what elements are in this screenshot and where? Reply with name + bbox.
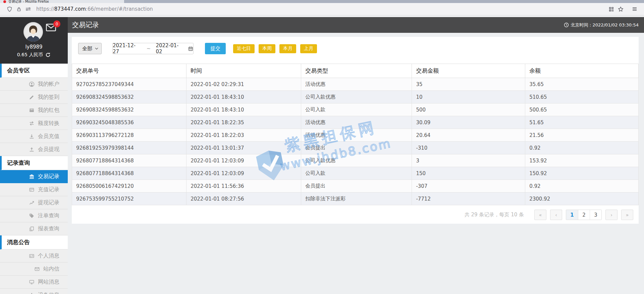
type-select-value: 全部 xyxy=(82,46,92,52)
page-number-group: 123 xyxy=(566,210,602,220)
monitor-icon xyxy=(29,279,35,285)
quick-range-button[interactable]: 本周 xyxy=(259,44,275,53)
table-row: 9267535997552107522022-01-01 08:27:56扣除非… xyxy=(72,193,639,205)
deposit-icon xyxy=(29,134,35,139)
sidebar-item-card[interactable]: 充值记录 xyxy=(0,183,68,196)
table-cell: 活动优惠 xyxy=(301,129,412,142)
url-input[interactable]: https://873447.com:66/member/#/transacti… xyxy=(36,6,153,12)
sidebar-item-user[interactable]: 我的帐户 xyxy=(0,78,68,91)
sidebar-item-transfer[interactable]: 额度转换 xyxy=(0,117,68,130)
type-select[interactable]: 全部 xyxy=(78,43,102,54)
page-header: 交易记录 北京时间：2022/01/02 03:30:54 xyxy=(68,17,644,33)
table-cell: 公司入款 xyxy=(301,167,412,180)
table-row: 9268192539793981442022-01-01 13:01:37会员提… xyxy=(72,142,639,154)
date-separator: ~ xyxy=(147,46,151,52)
menu-hamburger-icon[interactable] xyxy=(630,4,639,14)
qr-code-icon[interactable] xyxy=(606,4,616,14)
tab-title: 交易记录 - Mozilla Firefox xyxy=(8,0,49,3)
transfer-icon xyxy=(29,121,35,126)
sidebar-item-id-card[interactable]: 个人消息 xyxy=(0,249,68,263)
browser-urlbar: https://873447.com:66/member/#/transacti… xyxy=(0,3,644,15)
next-page-button[interactable]: › xyxy=(605,210,618,220)
bookmark-star-icon[interactable] xyxy=(616,4,625,14)
tab-favicon-icon xyxy=(3,0,6,3)
prev-page-button[interactable]: ‹ xyxy=(550,210,562,220)
page-number-button[interactable]: 3 xyxy=(590,210,601,220)
table-cell: 20.64 xyxy=(412,129,525,142)
balance-value: 0.65 人民币 xyxy=(17,52,43,58)
sidebar-item-withdraw[interactable]: 会员提现 xyxy=(0,143,68,156)
sidebar-item-report[interactable]: 报表查询 xyxy=(0,222,68,235)
table-cell: 活动优惠 xyxy=(301,116,412,129)
table-cell: 公司入款优惠 xyxy=(301,91,412,103)
date-end: 2022-01-02 xyxy=(156,43,184,55)
refresh-balance-icon[interactable] xyxy=(45,52,51,58)
table-row: 9268050061674291202022-01-01 11:56:36会员提… xyxy=(72,180,639,193)
calendar-icon[interactable] xyxy=(188,46,193,51)
sidebar-item-tags[interactable]: 注单查询 xyxy=(0,209,68,222)
sidebar-item-label: 站内信 xyxy=(43,266,59,273)
sidebar-item-bank[interactable]: 交易记录 xyxy=(0,170,68,183)
table-cell: 0.92 xyxy=(525,180,639,193)
browser-tab[interactable]: 交易记录 - Mozilla Firefox xyxy=(0,0,124,3)
table-cell: 10 xyxy=(412,91,525,103)
main-area: 交易记录 北京时间：2022/01/02 03:30:54 全部 2021-12… xyxy=(68,17,644,294)
submit-button[interactable]: 提交 xyxy=(205,43,226,54)
table-cell: 会员提出 xyxy=(301,142,412,154)
sidebar-item-info[interactable]: 设备信息 xyxy=(0,289,68,294)
sidebar-item-red-packet[interactable]: 我的红包 xyxy=(0,104,68,117)
sidebar-item-pencil[interactable]: 我的签到 xyxy=(0,91,68,104)
column-header: 时间 xyxy=(186,64,301,78)
table-cell: 公司入款优惠 xyxy=(301,154,412,167)
sidebar-item-deposit[interactable]: 会员充值 xyxy=(0,130,68,143)
first-page-button[interactable]: « xyxy=(534,210,546,220)
table-cell: 2022-01-01 12:03:09 xyxy=(186,167,301,180)
table-cell: 150 xyxy=(412,167,525,180)
quick-range-button[interactable]: 上月 xyxy=(300,44,317,53)
column-header: 交易类型 xyxy=(301,64,412,78)
filter-bar: 全部 2021-12-27 ~ 2022-01-02 提交 近七日本周本月上月 xyxy=(72,37,639,54)
sidebar-item-mail[interactable]: 站内信 xyxy=(0,263,68,276)
table-cell: 21.56 xyxy=(525,129,639,142)
sidebar-item-label: 报表查询 xyxy=(38,225,59,232)
table-cell: 2022-01-01 18:43:10 xyxy=(186,91,301,103)
column-header: 交易金额 xyxy=(412,64,525,78)
table-cell: 926807718864314368 xyxy=(72,154,186,167)
lock-icon[interactable] xyxy=(14,4,23,14)
tracking-shield-icon[interactable] xyxy=(5,4,14,14)
table-cell: 30.09 xyxy=(412,116,525,129)
tags-icon xyxy=(29,213,35,219)
table-cell: 926903113796272128 xyxy=(72,129,186,142)
quick-range-button[interactable]: 本月 xyxy=(279,44,296,53)
sidebar-item-label: 网站消息 xyxy=(38,279,59,286)
quick-range-button[interactable]: 近七日 xyxy=(233,44,255,53)
url-path: :66/member/#/transaction xyxy=(86,6,153,12)
last-page-button[interactable]: » xyxy=(621,210,633,220)
balance-row: 0.65 人民币 xyxy=(0,52,68,58)
transaction-table: 交易单号时间交易类型交易金额余额 9270257852370493442022-… xyxy=(72,64,639,205)
clock-icon xyxy=(564,22,569,27)
sidebar-item-chart[interactable]: 提现记录 xyxy=(0,196,68,209)
table-cell: 926753599755210752 xyxy=(72,193,186,205)
profile-block: 0 ly8989 0.65 人民币 xyxy=(0,17,68,64)
sidebar-item-label: 交易记录 xyxy=(38,173,59,180)
permissions-icon[interactable] xyxy=(23,4,33,14)
date-range-input[interactable]: 2021-12-27 ~ 2022-01-02 xyxy=(112,43,194,54)
table-cell: 926805006167429120 xyxy=(72,180,186,193)
id-card-icon xyxy=(29,253,35,259)
url-scheme: https:// xyxy=(36,6,54,12)
column-header: 余额 xyxy=(525,64,639,78)
page-number-button[interactable]: 1 xyxy=(566,210,578,220)
pencil-icon xyxy=(29,94,35,100)
sidebar-nav: 会员专区我的帐户我的签到我的红包额度转换会员充值会员提现记录查询交易记录充值记录… xyxy=(0,64,68,294)
table-cell: 927025785237049344 xyxy=(72,78,186,91)
sidebar-item-monitor[interactable]: 网站消息 xyxy=(0,276,68,289)
table-cell: 35.65 xyxy=(525,78,639,91)
table-cell: 3 xyxy=(412,154,525,167)
username: ly8989 xyxy=(0,44,68,50)
chart-icon xyxy=(29,200,35,206)
table-row: 9269031137962721282022-01-01 18:22:03活动优… xyxy=(72,129,639,142)
table-cell: 2022-01-01 18:43:10 xyxy=(186,103,301,116)
page-number-button[interactable]: 2 xyxy=(578,210,590,220)
report-icon xyxy=(29,226,35,232)
